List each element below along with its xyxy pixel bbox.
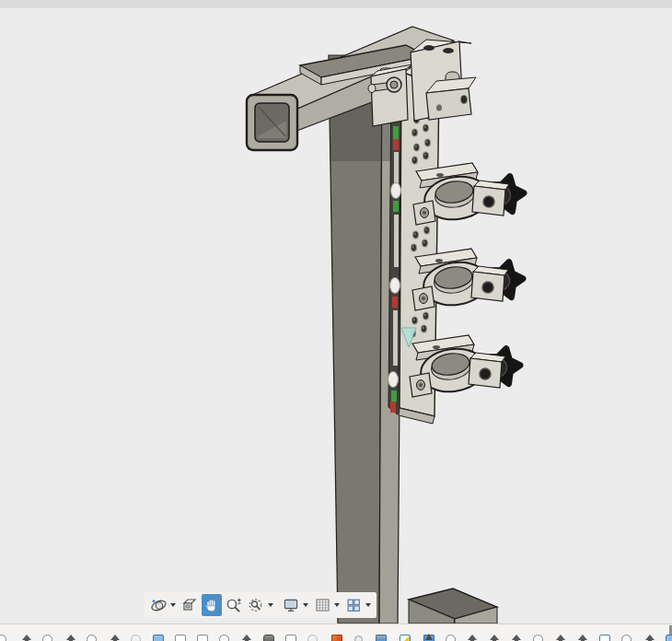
timeline-feature-joint[interactable] [577, 635, 588, 641]
grid-icon [314, 597, 331, 613]
zoom-icon [226, 597, 242, 613]
model-viewport[interactable] [0, 0, 672, 624]
timeline-feature-joint[interactable] [555, 635, 566, 641]
timeline-feature-rect[interactable] [285, 635, 296, 641]
timeline-feature-joint[interactable] [644, 635, 655, 641]
fit-dropdown-caret[interactable] [268, 603, 273, 607]
timeline-feature-sketch-selected[interactable] [666, 635, 672, 641]
timeline-bar[interactable] [0, 624, 672, 641]
pan-button[interactable] [202, 594, 222, 616]
fit-button[interactable] [246, 594, 275, 616]
timeline-feature-circle[interactable] [446, 635, 456, 641]
timeline-feature-joint[interactable] [511, 635, 522, 641]
grid-dropdown-caret[interactable] [334, 603, 340, 607]
timeline-feature-circle-faint[interactable] [307, 635, 318, 641]
timeline-feature-joint[interactable] [65, 635, 76, 641]
timeline-feature-circle-small[interactable] [354, 635, 363, 641]
orbit-dropdown-caret[interactable] [170, 603, 176, 607]
timeline-feature-sketch-yellow[interactable] [400, 635, 411, 641]
timeline-feature-joint[interactable] [241, 635, 252, 641]
timeline-feature-circle[interactable] [533, 635, 543, 641]
display-settings-dropdown-caret[interactable] [303, 603, 308, 607]
timeline-feature-joint[interactable] [21, 635, 32, 641]
base-tube[interactable] [409, 589, 497, 624]
viewports-dropdown-caret[interactable] [365, 603, 371, 607]
grid-and-snaps-button[interactable] [312, 594, 342, 616]
look-at-icon [181, 597, 198, 613]
timeline-feature-extrude[interactable] [376, 635, 387, 641]
timeline-feature-joint[interactable] [467, 635, 478, 641]
timeline-feature-joint[interactable] [110, 635, 121, 641]
timeline-feature-appearance[interactable] [331, 635, 342, 641]
look-at-button[interactable] [180, 594, 200, 616]
viewports-icon [345, 597, 363, 613]
timeline-feature-circle[interactable] [42, 635, 52, 641]
timeline-feature-form[interactable] [263, 635, 274, 641]
timeline-feature-sketch[interactable] [599, 635, 610, 641]
viewports-button[interactable] [343, 594, 373, 616]
timeline-feature-joint[interactable] [489, 635, 500, 641]
display-settings-icon [283, 597, 300, 613]
timeline-feature-rect[interactable] [175, 635, 186, 641]
pan-hand-icon [203, 597, 220, 613]
navigation-toolbar [145, 592, 377, 618]
cad-application-window [0, 0, 672, 641]
timeline-feature-circle[interactable] [87, 635, 97, 641]
timeline-feature-extrude-arrow[interactable] [423, 635, 434, 641]
timeline-feature-circle-faint[interactable] [131, 635, 141, 641]
zoom-button[interactable] [224, 594, 244, 616]
orbit-icon [150, 597, 168, 613]
timeline-feature-circle[interactable] [219, 635, 229, 641]
pipe-clamp-3[interactable] [410, 335, 523, 397]
timeline-feature-sketch-selected[interactable] [153, 635, 164, 641]
pipe-clamp-1[interactable] [413, 163, 527, 225]
timeline-feature-rect[interactable] [197, 635, 208, 641]
timeline-feature-circle[interactable] [0, 635, 6, 641]
orbit-button[interactable] [148, 594, 178, 616]
display-settings-button[interactable] [281, 594, 310, 616]
fit-icon [248, 597, 265, 613]
pipe-clamp-2[interactable] [412, 249, 526, 310]
timeline-feature-circle[interactable] [621, 635, 631, 641]
